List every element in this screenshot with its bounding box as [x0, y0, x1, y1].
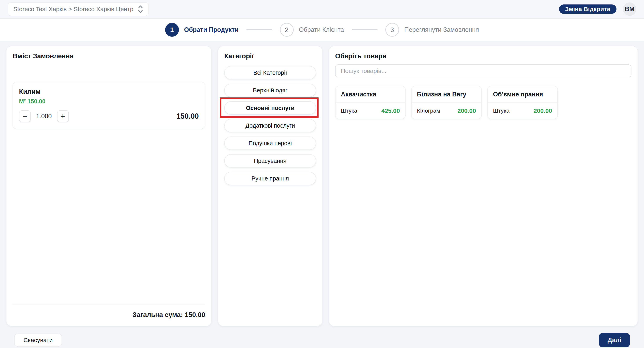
step-3-circle: 3: [385, 23, 399, 37]
product-name: Об’ємне прання: [488, 86, 558, 103]
quantity-increase-button[interactable]: +: [57, 110, 69, 122]
category-additional-services[interactable]: Додаткові послуги: [224, 119, 316, 132]
top-bar: Storeco Test Харків > Storeco Харків Цен…: [0, 0, 644, 19]
product-search-input[interactable]: [335, 64, 632, 77]
step-2-label: Обрати Клієнта: [299, 26, 344, 34]
quantity-row: − 1.000 + 150.00: [19, 110, 199, 122]
product-unit: Штука: [493, 108, 510, 114]
category-list: Всі Категорії Верхній одяг Основні послу…: [224, 66, 316, 185]
category-ironing[interactable]: Прасування: [224, 154, 316, 168]
product-grid: Аквачистка Штука 425.00 Білизна на Вагу …: [335, 86, 632, 119]
product-info-row: Штука 200.00: [488, 103, 558, 119]
order-total-value: 150.00: [185, 311, 205, 318]
category-hand-wash[interactable]: Ручне прання: [224, 172, 316, 185]
step-select-client[interactable]: 2 Обрати Клієнта: [280, 23, 344, 37]
stepper-connector: [352, 29, 378, 30]
order-contents-title: Вміст Замовлення: [12, 52, 205, 60]
stepper-connector: [246, 29, 272, 30]
order-spacer: [12, 129, 205, 304]
category-main-services[interactable]: Основні послуги: [224, 101, 316, 115]
category-feather-pillows[interactable]: Подушки перові: [224, 137, 316, 150]
order-item-unit-price: М² 150.00: [19, 98, 199, 105]
product-card-aquaclean[interactable]: Аквачистка Штука 425.00: [335, 86, 406, 119]
next-button[interactable]: Далі: [599, 333, 630, 347]
category-all[interactable]: Всі Категорії: [224, 66, 316, 79]
order-item-total: 150.00: [176, 112, 199, 121]
quantity-value: 1.000: [36, 113, 52, 120]
order-total-label: Загальна сума:: [132, 311, 185, 318]
order-contents-panel: Вміст Замовлення Килим М² 150.00 − 1.000…: [6, 46, 212, 326]
order-item-name: Килим: [19, 88, 199, 96]
categories-panel: Категорії Всі Категорії Верхній одяг Осн…: [218, 46, 322, 326]
shift-status-badge: Зміна Відкрита: [559, 5, 616, 14]
products-panel: Оберіть товари Аквачистка Штука 425.00 Б…: [329, 46, 638, 326]
topbar-right: Зміна Відкрита BM: [559, 3, 636, 16]
category-outerwear[interactable]: Верхній одяг: [224, 84, 316, 97]
product-name: Білизна на Вагу: [412, 86, 481, 103]
product-unit: Штука: [341, 108, 357, 114]
product-name: Аквачистка: [336, 86, 405, 103]
product-price: 425.00: [381, 107, 400, 114]
cancel-button[interactable]: Скасувати: [14, 334, 62, 346]
store-selector-label: Storeco Test Харків > Storeco Харків Цен…: [13, 6, 133, 13]
store-selector[interactable]: Storeco Test Харків > Storeco Харків Цен…: [8, 2, 149, 16]
product-info-row: Штука 425.00: [336, 103, 405, 119]
product-info-row: Кілограм 200.00: [412, 103, 481, 119]
order-total-divider: [12, 304, 205, 304]
quantity-decrease-button[interactable]: −: [19, 110, 31, 122]
product-unit: Кілограм: [417, 108, 440, 114]
product-price: 200.00: [534, 107, 552, 114]
product-card-linen-by-weight[interactable]: Білизна на Вагу Кілограм 200.00: [411, 86, 482, 119]
avatar[interactable]: BM: [623, 3, 636, 16]
product-card-bulk-washing[interactable]: Об’ємне прання Штука 200.00: [487, 86, 558, 119]
step-select-products[interactable]: 1 Обрати Продукти: [165, 23, 238, 37]
step-2-circle: 2: [280, 23, 294, 37]
categories-title: Категорії: [224, 52, 316, 60]
product-price: 200.00: [458, 107, 476, 114]
step-review-order[interactable]: 3 Переглянути Замовлення: [385, 23, 479, 37]
step-3-label: Переглянути Замовлення: [404, 26, 479, 34]
step-1-circle: 1: [165, 23, 179, 37]
step-1-label: Обрати Продукти: [184, 26, 238, 34]
footer-bar: Скасувати Далі: [0, 332, 644, 348]
chevron-up-down-icon: [138, 5, 143, 13]
products-title: Оберіть товари: [335, 52, 632, 60]
order-item-card: Килим М² 150.00 − 1.000 + 150.00: [12, 82, 205, 129]
order-stepper: 1 Обрати Продукти 2 Обрати Клієнта 3 Пер…: [0, 19, 644, 41]
order-total: Загальна сума: 150.00: [12, 311, 205, 320]
main-content: Вміст Замовлення Килим М² 150.00 − 1.000…: [0, 41, 644, 332]
